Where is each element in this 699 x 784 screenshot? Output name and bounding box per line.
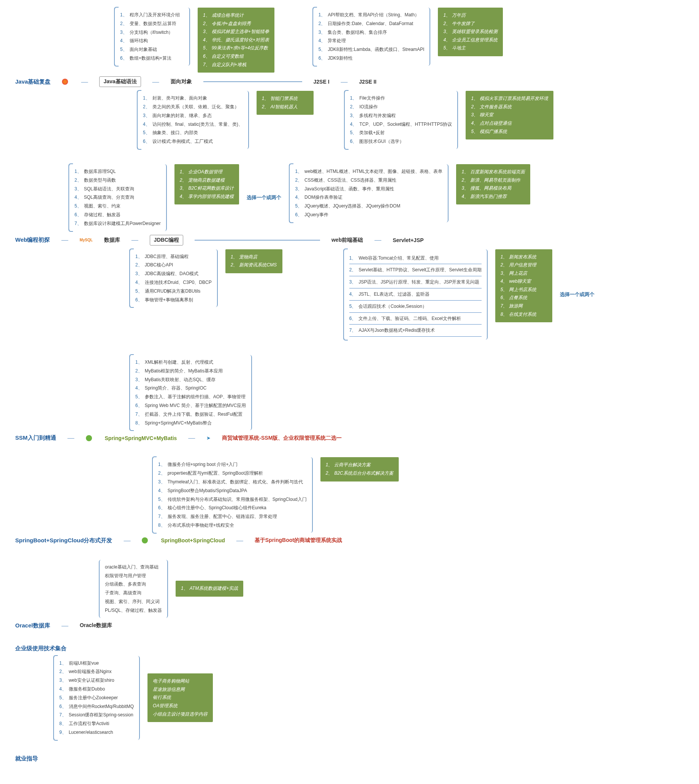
green-item: 3、网上花店: [500, 270, 547, 278]
list-item: 7、服务发现、服务注册、配置中心、链路追踪、异常处理: [158, 512, 307, 521]
green-item: OA管理系统: [153, 702, 207, 710]
list-item: 3、分支结构（if/switch）: [120, 28, 184, 37]
spring-icon: [86, 435, 92, 441]
list-item: 9、Lucener/elasticsearch: [59, 728, 134, 737]
green-item: 银行系统: [153, 693, 207, 702]
node-database[interactable]: 数据库: [104, 237, 120, 243]
list-item: 1、微服务介绍+spring boot 介绍+入门: [158, 460, 307, 469]
list-item: 5、类加载+反射: [350, 129, 452, 137]
list-item: 2、数据类型与函数: [75, 176, 161, 185]
list-item: 1、Web容器:Tomcat介绍、常见配置、使用: [350, 252, 482, 265]
list-item: 2、变量、数据类型,运算符: [120, 19, 184, 28]
green-item: 5、模拟广播系统: [471, 128, 548, 136]
green-webfront: 1、百度新闻发布系统前端页面2、新浪、网易导航页面制作3、搜狐、网易模块布局4、…: [456, 164, 530, 205]
list-item: 5、服务注册中心Zookeeper: [59, 693, 134, 702]
heading-springboot: SpringBoot+SpringCloud分布式开发: [15, 537, 112, 544]
node-webfront[interactable]: web前端基础: [331, 237, 363, 243]
list-item: 6、消息中间件RocketMq/RubbitMQ: [59, 702, 134, 711]
section-java-review: 1、程序入门及开发环境介绍2、变量、数据类型,运算符3、分支结构（if/swit…: [15, 8, 684, 149]
section-springboot: 1、微服务介绍+spring boot 介绍+入门2、properties配置与…: [15, 457, 684, 544]
list-j2se1: 1、API帮助文档、常用API介绍（String、Math）2、日期操作类:Da…: [313, 8, 431, 66]
list-db: 1、数据库原理SQL2、数据类型与函数3、SQL基础语法、关联查询4、SQL高级…: [68, 164, 167, 231]
list-item: 6、事物管理+事物隔离界别: [135, 296, 212, 304]
list-item: 7、AJAX与Json数据格式+Redis缓存技术: [350, 324, 482, 337]
section-oracle: oracle基础入门、查询基础权限管理与用户管理分组函数、多表查询子查询、高级查…: [15, 560, 684, 630]
list-item: 2、Servlet基础、HTTP协议、Servelt工作原理、Servlet生命…: [350, 264, 482, 276]
green-item: 1、新闻发布系统: [500, 253, 547, 261]
green-item: 4、点对点碰壁通信: [471, 119, 548, 128]
power-icon: [142, 538, 148, 543]
list-item: 3、JSP语法、JSP运行原理、转发、重定向、JSP开发常见问题: [350, 276, 482, 288]
list-oop: 1、封装、类与对象、面向对象2、类之间的关系（关联、依赖、泛化、聚集）3、面向对…: [137, 91, 249, 149]
green-item: 电子商务购物网站: [153, 677, 207, 686]
green-jdbc: 1、宠物商店2、新闻资讯系统CMS: [225, 249, 282, 273]
list-springboot: 1、微服务介绍+spring boot 介绍+入门2、properties配置与…: [152, 457, 313, 533]
list-oracle: oracle基础入门、查询基础权限管理与用户管理分组函数、多表查询子查询、高级查…: [99, 560, 168, 618]
list-item: 1、程序入门及开发环境介绍: [120, 11, 184, 19]
node-j2se1[interactable]: J2SE I: [313, 79, 330, 85]
list-item: 6、核心组件注册中心、SpringCloud核心组件Eureka: [158, 504, 307, 512]
node-j2se2[interactable]: J2SE II: [359, 79, 377, 85]
list-item: 5、面向对象基础: [120, 45, 184, 54]
list-item: 5、会话跟踪技术（Cookie,Session）: [350, 301, 482, 313]
node-jdbc[interactable]: JDBC编程: [150, 235, 183, 245]
green-item: 7、自定义队列+堆栈: [203, 61, 269, 69]
section-ssm: 1、XML解析与创建、反射、代理模式2、MyBatis框架的简介、MyBatis…: [15, 355, 684, 442]
list-item: 3、web安全认证框架shiro: [59, 676, 134, 685]
mysql-icon: MySQL: [80, 238, 92, 242]
list-item: 3、Thymeleaf入门、标准表达式、数据绑定、格式化、条件判断与迭代: [158, 478, 307, 486]
list-servlet: 1、Web容器:Tomcat介绍、常见配置、使用2、Servlet基础、HTTP…: [343, 249, 488, 340]
green-item: 1、成绩合格率统计: [203, 12, 269, 20]
list-item: 5、抽象类、接口、内部类: [143, 129, 243, 137]
green-item: 3、英雄联盟登录系统检测: [443, 28, 497, 36]
list-item: 4、访问控制、final、static(类方法、常量、类)、: [143, 120, 243, 129]
ssm-project-note: 商贸城管理系统-SSM版、企业权限管理系统二选一: [222, 435, 342, 442]
node-oop[interactable]: 面向对象: [171, 78, 192, 85]
list-item: 4、JSTL、EL表达式、过滤器、监听器: [350, 288, 482, 301]
green-enterprise: 电子商务购物网站星途旅游信息网银行系统OA管理系统小组自主设计项目选学内容: [147, 673, 213, 722]
note-choose: 选择一个或两个: [247, 194, 281, 201]
node-java-basic[interactable]: Java基础语法: [99, 76, 141, 87]
green-item: 1、万年历: [443, 12, 497, 20]
node-ssm-spring[interactable]: Spring+SpringMVC+MyBatis: [105, 435, 177, 441]
list-item: 6、存储过程、触发器: [75, 210, 161, 219]
node-servlet[interactable]: Servlet+JSP: [393, 237, 423, 243]
green-item: 3、搜狐、网易模块布局: [461, 184, 525, 193]
green-item: 1、模拟火车票订票系统简易开发环境: [471, 94, 548, 103]
springboot-project-note: 基于SpringBoot的商城管理系统实战: [255, 537, 342, 544]
green-item: 1、企业OA数据管理: [180, 168, 234, 176]
list-item: 1、API帮助文档、常用API介绍（String、Math）: [318, 11, 424, 19]
green-item: 1、智能门禁系统: [262, 94, 308, 103]
list-item: 6、JDK9新特性: [318, 54, 424, 63]
list-item: 6、Spring Web MVC 简介、基于注解配置的MVC应用: [135, 401, 246, 410]
list-item: 5、通用CRUD解决方案DBUtils: [135, 287, 212, 296]
heading-career: 就业指导: [15, 755, 38, 762]
list-item: 8、工作流程引擎Activiti: [59, 719, 134, 728]
node-springboot[interactable]: SpringBoot+SpringCloud: [161, 538, 225, 543]
heading-ssm: SSM入门到精通: [15, 434, 56, 442]
green-item: 2、用户信息管理: [500, 261, 547, 270]
list-item: 6、数组+数据结构+算法: [120, 54, 184, 63]
list-item: 5、视图、索引、约束: [75, 202, 161, 210]
connector: —: [81, 78, 88, 86]
green-item: 4、享学内部管理系统建模: [180, 193, 234, 201]
green-item: 2、文件服务器系统: [471, 103, 548, 111]
green-item: 6、自定义可变数组: [203, 53, 269, 61]
list-item: 2、web前端服务器Nginx: [59, 667, 134, 676]
list-item: 1、File文件操作: [350, 94, 452, 103]
list-item: PL/SQL、存储过程、触发器: [105, 606, 162, 615]
green-oracle: 1、ATM系统数据建模+实战: [176, 581, 243, 597]
list-item: 6、图形技术GUI（选学）: [350, 137, 452, 146]
list-item: 4、连接池技术Druid、C3P0、DBCP: [135, 278, 212, 287]
heading-web-intro: Web编程初探: [15, 237, 50, 243]
list-item: 6、设计模式:单例模式、工厂模式: [143, 137, 243, 146]
list-item: 6、文件上传、下载、验证码、二维码、Excel文件解析: [350, 313, 482, 325]
list-item: 4、SQL高级查询、分页查询: [75, 193, 161, 202]
green-item: 2、牛牛发牌了: [443, 20, 497, 28]
green-item: 4、web聊天室: [500, 278, 547, 286]
list-item: 3、SQL基础语法、关联查询: [75, 185, 161, 194]
list-webfront: 1、web概述、HTML概述、HTML文本处理、图像、超链接、表格、表单2、CS…: [289, 164, 449, 222]
green-item: 2、AI智能机器人: [262, 103, 308, 111]
node-oracle[interactable]: Oracle数据库: [80, 622, 113, 629]
list-item: 4、SpringBoot整合Mybatis/SpringDataJPA: [158, 486, 307, 495]
